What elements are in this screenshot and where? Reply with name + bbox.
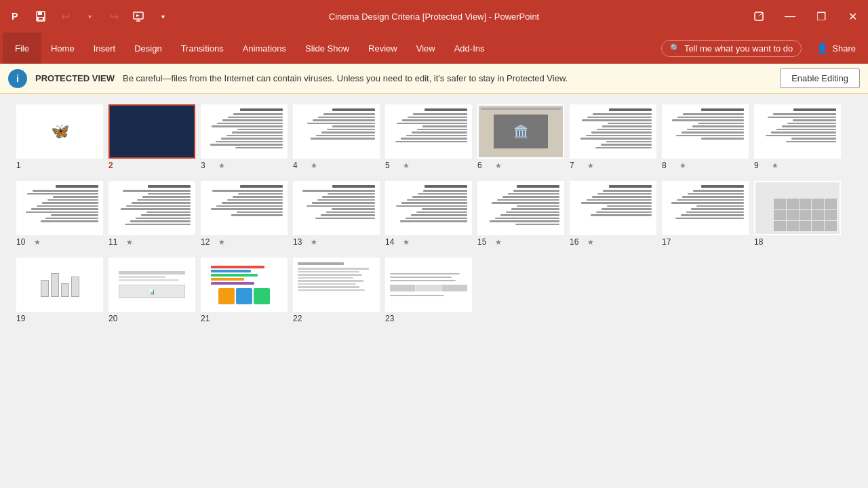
slide-number-18: 18 xyxy=(754,237,768,247)
slide-thumbnail-22[interactable] xyxy=(293,258,380,312)
enable-editing-button[interactable]: Enable Editing xyxy=(780,68,860,88)
slide-item-12: 12★ xyxy=(201,181,288,247)
minimize-button[interactable]: — xyxy=(774,0,806,33)
slide-star-5[interactable]: ★ xyxy=(403,161,410,170)
tell-me-search[interactable]: 🔍 Tell me what you want to do xyxy=(661,40,802,57)
slide-number-21: 21 xyxy=(201,314,214,323)
menu-slideshow[interactable]: Slide Show xyxy=(296,33,359,64)
slide-number-20: 20 xyxy=(108,314,122,323)
presentation-view-button[interactable] xyxy=(127,5,149,27)
slide-item-22: 22 xyxy=(293,258,380,323)
menu-file[interactable]: File xyxy=(3,33,41,64)
redo-button[interactable]: ↪ xyxy=(103,5,125,27)
slide-item-16: 16★ xyxy=(570,181,656,247)
slide-number-19: 19 xyxy=(16,314,30,323)
slide-number-16: 16 xyxy=(570,237,583,247)
slide-thumbnail-12[interactable] xyxy=(201,181,288,235)
slide-thumbnail-16[interactable] xyxy=(570,181,656,235)
menu-bar: File Home Insert Design Transitions Anim… xyxy=(0,33,868,64)
menu-review[interactable]: Review xyxy=(359,33,407,64)
share-button[interactable]: 👤 Share xyxy=(807,40,865,56)
slide-star-11[interactable]: ★ xyxy=(126,238,133,247)
menu-design[interactable]: Design xyxy=(125,33,171,64)
menu-home[interactable]: Home xyxy=(41,33,84,64)
slide-meta-19: 19 xyxy=(16,314,103,323)
search-icon: 🔍 xyxy=(670,43,680,53)
slide-thumbnail-1[interactable]: 🦋 xyxy=(16,104,103,159)
slide-item-7: 7★ xyxy=(570,104,656,170)
close-button[interactable]: ✕ xyxy=(837,0,868,33)
slide-item-6: 🏛️ 6★ xyxy=(477,104,564,170)
customize-qat-button[interactable]: ▾ xyxy=(152,5,174,27)
slide-thumbnail-18[interactable] xyxy=(754,181,841,235)
slide-thumbnail-8[interactable] xyxy=(662,104,749,159)
menu-insert[interactable]: Insert xyxy=(84,33,125,64)
slide-thumbnail-5[interactable] xyxy=(385,104,472,159)
slide-thumbnail-23[interactable] xyxy=(385,258,472,312)
svg-text:P: P xyxy=(12,11,18,22)
slide-number-22: 22 xyxy=(293,314,307,323)
slide-star-15[interactable]: ★ xyxy=(495,238,502,247)
slide-thumbnail-3[interactable] xyxy=(201,104,288,159)
slide-star-16[interactable]: ★ xyxy=(587,238,594,247)
person-icon: 👤 xyxy=(816,43,828,54)
help-button[interactable] xyxy=(743,0,774,33)
slide-star-9[interactable]: ★ xyxy=(772,161,778,170)
slide-item-5: 5★ xyxy=(385,104,472,170)
slide-star-12[interactable]: ★ xyxy=(218,238,225,247)
slide-meta-13: 13★ xyxy=(293,237,380,247)
menu-animations[interactable]: Animations xyxy=(233,33,296,64)
slide-thumbnail-17[interactable] xyxy=(662,181,749,235)
slide-meta-9: 9★ xyxy=(754,161,841,170)
svg-marker-9 xyxy=(136,14,140,17)
slide-meta-6: 6★ xyxy=(477,161,564,170)
slide-item-3: 3★ xyxy=(201,104,288,170)
slide-star-4[interactable]: ★ xyxy=(311,161,317,170)
slide-number-14: 14 xyxy=(385,237,399,247)
slide-meta-17: 17 xyxy=(662,237,749,247)
slide-star-10[interactable]: ★ xyxy=(34,238,41,247)
slide-star-13[interactable]: ★ xyxy=(311,238,317,247)
slide-meta-16: 16★ xyxy=(570,237,656,247)
slide-thumbnail-4[interactable] xyxy=(293,104,380,159)
slide-star-6[interactable]: ★ xyxy=(495,161,502,170)
menu-view[interactable]: View xyxy=(407,33,445,64)
slide-meta-23: 23 xyxy=(385,314,472,323)
slide-number-13: 13 xyxy=(293,237,307,247)
slide-item-8: 8★ xyxy=(662,104,749,170)
slide-thumbnail-11[interactable] xyxy=(108,181,195,235)
undo-button[interactable]: ↩ xyxy=(54,5,76,27)
slide-item-10: 10★ xyxy=(16,181,103,247)
slide-thumbnail-2[interactable] xyxy=(108,104,195,159)
menu-addins[interactable]: Add-Ins xyxy=(445,33,494,64)
slide-meta-1: 1 xyxy=(16,161,103,170)
slide-thumbnail-21[interactable] xyxy=(201,258,288,312)
slide-meta-2: 2 xyxy=(108,161,195,170)
slide-thumbnail-19[interactable] xyxy=(16,258,103,312)
menu-right-section: 🔍 Tell me what you want to do 👤 Share xyxy=(656,33,865,64)
slide-thumbnail-15[interactable] xyxy=(477,181,564,235)
slide-thumbnail-20[interactable]: 📊 xyxy=(108,258,195,312)
save-button[interactable] xyxy=(30,5,52,27)
protected-view-bar: i PROTECTED VIEW Be careful—files from t… xyxy=(0,64,868,94)
slide-star-14[interactable]: ★ xyxy=(403,238,410,247)
slide-thumbnail-7[interactable] xyxy=(570,104,656,159)
slide-thumbnail-14[interactable] xyxy=(385,181,472,235)
slide-star-3[interactable]: ★ xyxy=(218,161,225,170)
slide-meta-10: 10★ xyxy=(16,237,103,247)
svg-rect-5 xyxy=(39,18,43,20)
slide-star-8[interactable]: ★ xyxy=(679,161,686,170)
menu-transitions[interactable]: Transitions xyxy=(172,33,233,64)
slide-meta-21: 21 xyxy=(201,314,288,323)
slides-area: 🦋 1 2 3★ 4★ 5★ 🏛️ 6★ xyxy=(0,94,868,488)
slide-thumbnail-9[interactable] xyxy=(754,104,841,159)
slide-item-17: 17 xyxy=(662,181,749,247)
undo-dropdown[interactable]: ▾ xyxy=(79,5,100,27)
restore-button[interactable]: ❐ xyxy=(806,0,837,33)
slide-item-21: 21 xyxy=(201,258,288,323)
slide-thumbnail-13[interactable] xyxy=(293,181,380,235)
slide-thumbnail-10[interactable] xyxy=(16,181,103,235)
slide-item-23: 23 xyxy=(385,258,472,323)
slide-star-7[interactable]: ★ xyxy=(587,161,594,170)
slide-thumbnail-6[interactable]: 🏛️ xyxy=(477,104,564,159)
